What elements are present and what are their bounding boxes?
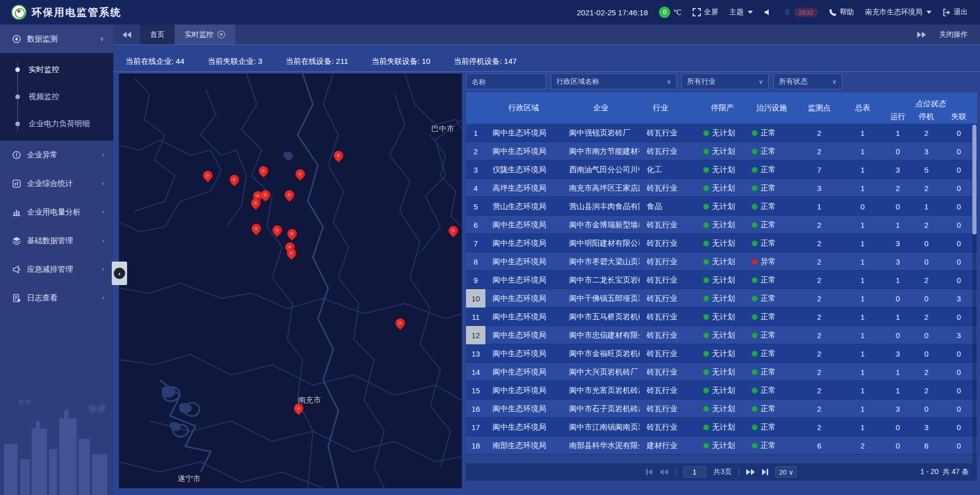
row-halt: 0 (912, 349, 941, 358)
status-dot (703, 333, 709, 338)
row-meters: 1 (842, 166, 884, 174)
sidebar-section-4[interactable]: 基础数据管理 ‹ (0, 226, 113, 255)
sidebar-section-5[interactable]: 应急减排管理 ‹ (0, 255, 113, 284)
row-industry: 砖瓦行业 (640, 275, 698, 285)
table-scrollbar[interactable] (972, 124, 976, 463)
row-industry: 砖瓦行业 (640, 404, 698, 414)
status-dot (703, 406, 709, 412)
close-icon[interactable]: ✕ (217, 31, 225, 38)
status-dot (752, 130, 757, 136)
table-row[interactable]: 13 阆中生态环境局 阆中市金福旺页岩机砖 砖瓦行业 无计划 正常 2 1 3 … (466, 344, 977, 363)
sidebar-section-2[interactable]: 企业综合统计 ‹ (0, 169, 113, 198)
industry-filter-select[interactable]: 所有行业 ∨ (681, 74, 769, 89)
table-row[interactable]: 3 仪陇生态环境局 西南油气田分公司川中 化工 无计划 正常 7 1 3 5 0 (466, 160, 977, 179)
first-page-button[interactable] (646, 469, 652, 475)
table-row[interactable]: 12 阆中生态环境局 阆中市忠信建材有限公 砖瓦行业 无计划 正常 2 1 0 … (466, 326, 977, 344)
region-filter-select[interactable]: 行政区域名称 ∨ (551, 74, 677, 89)
row-region: 阆中生态环境局 (485, 257, 562, 267)
stat-value: 44 (176, 57, 184, 65)
row-company: 阆中市石子页岩机砖厂 (562, 404, 640, 414)
status-dot (752, 425, 757, 430)
row-stop-status: 无计划 (698, 367, 747, 377)
table-row[interactable]: 14 阆中生态环境局 阆中大兴页岩机砖厂 砖瓦行业 无计划 正常 2 1 1 2… (466, 363, 977, 381)
sidebar-item-实时监控[interactable]: 实时监控 (0, 56, 113, 83)
map-panel[interactable]: 巴中市南充市遂宁市 (119, 74, 462, 488)
scrollbar-thumb[interactable] (972, 125, 976, 234)
row-points: 3 (797, 184, 842, 193)
row-meters: 1 (842, 405, 884, 413)
sidebar-section-0[interactable]: 数据监测 ∨ (0, 25, 113, 53)
table-row[interactable]: 15 阆中生态环境局 阆中市光富页岩机砖厂 砖瓦行业 无计划 正常 2 1 1 … (466, 381, 977, 399)
fullscreen-button[interactable]: 全屏 (693, 8, 718, 17)
row-index: 18 (466, 436, 485, 455)
notifications[interactable]: 2632 (783, 8, 818, 17)
close-operations-button[interactable]: 关闭操作 (939, 30, 968, 39)
status-dot (703, 130, 709, 136)
sidebar-section-1[interactable]: 企业异常 ‹ (0, 140, 113, 169)
status-filter-select[interactable]: 所有状态 ∨ (773, 74, 842, 89)
tabs-scroll-left-button[interactable] (113, 25, 140, 44)
row-industry: 建材行业 (640, 441, 698, 451)
sidebar-item-企业电力负荷明细[interactable]: 企业电力负荷明细 (0, 110, 113, 137)
theme-menu[interactable]: 主题 (729, 8, 753, 17)
row-run: 1 (884, 129, 912, 137)
row-facility-status: 正常 (747, 220, 797, 230)
row-facility-status: 正常 (747, 275, 797, 285)
enterprise-panel: 行政区域名称 ∨ 所有行业 ∨ 所有状态 ∨ 行政区域 企业 行业 停限产 治污… (466, 74, 977, 481)
row-halt: 2 (912, 184, 941, 193)
total-pages-label: 共3页 (714, 467, 732, 477)
sidebar-section-6[interactable]: 日志查看 ‹ (0, 284, 113, 312)
table-row[interactable]: 11 阆中生态环境局 阆中市五马桥页岩机砖 砖瓦行业 无计划 正常 2 1 1 … (466, 308, 977, 326)
table-row[interactable]: 2 阆中生态环境局 阆中市南方节能建材有 砖瓦行业 无计划 正常 2 1 0 3… (466, 142, 977, 160)
status-dot (703, 259, 709, 265)
table-row[interactable]: 17 阆中生态环境局 阆中市江南镇阆南页岩 砖瓦行业 无计划 正常 2 1 0 … (466, 418, 977, 436)
sidebar-item-视频监控[interactable]: 视频监控 (0, 83, 113, 110)
table-row[interactable]: 6 阆中生态环境局 阆中市金博瑞新型墙材 砖瓦行业 无计划 正常 2 1 1 2… (466, 216, 977, 234)
row-index: 14 (466, 363, 485, 381)
row-run: 0 (884, 423, 912, 432)
status-dot (752, 351, 757, 357)
last-page-button[interactable] (762, 469, 768, 475)
chevron-down-icon: ∨ (667, 78, 671, 85)
status-dot (752, 241, 757, 246)
tab-home[interactable]: 首页 (140, 25, 175, 44)
org-menu[interactable]: 南充市生态环境局 (865, 8, 932, 17)
row-meters: 1 (842, 386, 884, 395)
table-row[interactable]: 7 阆中生态环境局 阆中明阳建材有限公司 砖瓦行业 无计划 正常 2 1 3 0… (466, 234, 977, 252)
next-page-button[interactable] (746, 469, 755, 475)
table-row[interactable]: 10 阆中生态环境局 阆中千佛镇五郎垭页岩 砖瓦行业 无计划 正常 2 1 0 … (466, 289, 977, 308)
tabs-scroll-right-button[interactable] (917, 32, 926, 38)
name-filter-input[interactable] (472, 78, 541, 86)
mute-button[interactable] (764, 8, 772, 16)
table-row[interactable]: 5 营山生态环境局 营山县润丰肉食品有限 食品 无计划 正常 1 0 0 1 0 (466, 197, 977, 216)
status-dot (703, 388, 709, 393)
phone-icon (829, 9, 837, 16)
prev-page-button[interactable] (659, 469, 668, 475)
row-index: 5 (466, 197, 485, 216)
table-row[interactable]: 18 南部生态环境局 南部县科华水泥有限公 建材行业 无计划 正常 6 2 0 … (466, 436, 977, 455)
row-meters: 1 (842, 276, 884, 285)
stat-item: 当前停机设备: 147 (454, 57, 517, 66)
help-button[interactable]: 帮助 (829, 8, 854, 17)
row-points: 1 (797, 202, 842, 211)
stat-label: 当前停机设备: (454, 57, 502, 65)
page-number-input[interactable] (683, 466, 706, 478)
row-industry: 砖瓦行业 (640, 220, 698, 230)
table-row[interactable]: 9 阆中生态环境局 阆中市二龙长宝页岩砖 砖瓦行业 无计划 正常 2 1 1 2… (466, 271, 977, 289)
page-size-select[interactable]: 20 ∨ (775, 466, 797, 478)
table-row[interactable]: 16 阆中生态环境局 阆中市石子页岩机砖厂 砖瓦行业 无计划 正常 2 1 3 … (466, 399, 977, 418)
table-row[interactable]: 4 高坪生态环境局 南充市高坪区王家店建 砖瓦行业 无计划 正常 3 1 2 2… (466, 179, 977, 197)
name-filter[interactable] (466, 74, 546, 89)
row-region: 阆中生态环境局 (485, 275, 562, 285)
map-collapse-toggle[interactable]: ‹ (112, 262, 127, 285)
table-row[interactable]: 1 阆中生态环境局 阆中强锐页岩砖厂 砖瓦行业 无计划 正常 2 1 1 2 0 (466, 124, 977, 142)
row-run: 1 (884, 368, 912, 376)
tab-realtime-monitor[interactable]: 实时监控 ✕ (175, 25, 235, 44)
row-halt: 2 (912, 386, 941, 395)
industry-filter-value: 所有行业 (687, 77, 716, 86)
logout-button[interactable]: 退出 (943, 8, 968, 17)
sidebar-section-label: 企业综合统计 (27, 179, 73, 188)
sidebar-section-3[interactable]: 企业用电量分析 ‹ (0, 198, 113, 226)
row-facility-status: 正常 (747, 331, 797, 340)
table-row[interactable]: 8 阆中生态环境局 阆中市枣碧大梁山页岩 砖瓦行业 无计划 异常 2 1 3 0… (466, 252, 977, 271)
